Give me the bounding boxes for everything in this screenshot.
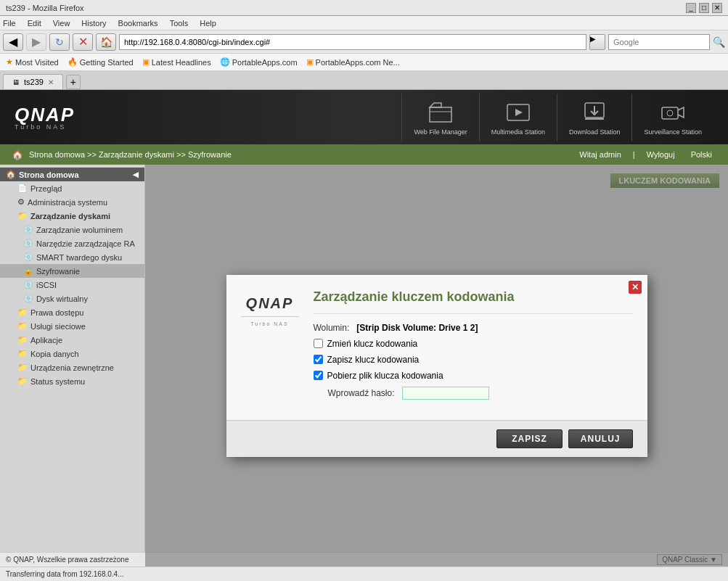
save-button[interactable]: ZAPISZ xyxy=(496,429,563,448)
window-controls[interactable]: _ □ ✕ xyxy=(686,3,722,13)
back-button[interactable]: ◀ xyxy=(3,33,23,51)
sidebar-item-apps[interactable]: 📁 Aplikacje xyxy=(12,333,144,347)
qnap-header: QNAP Turbo NAS Web File Manager xyxy=(0,90,728,144)
sidebar-item-disk-mgmt[interactable]: 📁 Zarządzanie dyskami xyxy=(12,209,144,223)
sidebar-item-overview[interactable]: 📄 Przegląd xyxy=(12,181,144,195)
maximize-button[interactable]: □ xyxy=(699,3,709,13)
checkbox1-row: Zmień klucz kodowania xyxy=(314,339,633,349)
checkbox3-label[interactable]: Pobierz plik klucza kodowania xyxy=(327,371,443,381)
nav-download-label: Download Station xyxy=(569,128,621,136)
forward-button[interactable]: ▶ xyxy=(26,33,46,51)
menu-tools[interactable]: Tools xyxy=(170,19,189,28)
qnap-breadcrumb: 🏠 Strona domowa >> Zarządzanie dyskami >… xyxy=(0,144,728,165)
sidebar-item-backup[interactable]: 📁 Kopia danych xyxy=(12,347,144,360)
address-bar[interactable] xyxy=(119,34,586,50)
svg-point-8 xyxy=(667,110,673,116)
modal-overlay: ✕ QNAP Turbo NAS Zarządzanie kluczem kod… xyxy=(145,165,728,566)
folder-icon-backup: 📁 xyxy=(17,349,28,358)
sidebar-item-iscsi[interactable]: 💿 iSCSI xyxy=(0,278,144,292)
disk-icon-vdisk: 💿 xyxy=(23,294,33,303)
home-icon: 🏠 xyxy=(6,170,16,179)
nav-multimedia-station[interactable]: Multimedia Station xyxy=(479,94,557,141)
new-tab-button[interactable]: + xyxy=(66,75,81,89)
modal-body: QNAP Turbo NAS Zarządzanie kluczem kodow… xyxy=(226,275,647,420)
home-button[interactable]: 🏠 xyxy=(96,33,116,51)
sidebar-item-smart[interactable]: 💿 SMART twardego dysku xyxy=(0,250,144,264)
folder-icon-apps: 📁 xyxy=(17,335,28,345)
sidebar-item-home-header[interactable]: 🏠 Strona domowa ◀ xyxy=(0,168,144,181)
menu-file[interactable]: File xyxy=(3,19,16,28)
bookmark-portableapps-ne[interactable]: ▣ PortableApps.com Ne... xyxy=(306,57,400,67)
sidebar-item-access[interactable]: 📁 Prawa dostępu xyxy=(12,305,144,319)
password-input[interactable] xyxy=(402,387,489,400)
language-selector[interactable]: Polski xyxy=(687,149,716,160)
qnap-logo-sub: Turbo NAS xyxy=(15,123,75,131)
modal-footer: ZAPISZ ANULUJ xyxy=(226,420,647,457)
sidebar-item-admin[interactable]: ⚙ Administracja systemu xyxy=(12,195,144,209)
nav-download-station[interactable]: Download Station xyxy=(557,94,632,141)
browser-status-bar: Transferring data from 192.168.0.4... xyxy=(0,566,728,581)
nav-surveillance-station[interactable]: Surveillance Station xyxy=(631,94,713,141)
logout-link[interactable]: Wyloguj xyxy=(647,150,675,159)
rss-icon: ▣ xyxy=(142,57,150,67)
stop-button[interactable]: ✕ xyxy=(73,33,93,51)
checkbox-save-key[interactable] xyxy=(314,355,323,364)
checkbox2-label[interactable]: Zapisz klucz kodowania xyxy=(327,355,420,365)
web-file-manager-icon xyxy=(428,99,454,125)
sidebar-item-encryption[interactable]: 🔒 Szyfrowanie xyxy=(0,264,144,278)
browser-titlebar: ts239 - Mozilla Firefox _ □ ✕ xyxy=(0,0,728,16)
checkbox-download-key[interactable] xyxy=(314,371,323,380)
browser-menubar: File Edit View History Bookmarks Tools H… xyxy=(0,16,728,30)
breadcrumb-separator: | xyxy=(633,150,635,159)
browser-toolbar: ◀ ▶ ↻ ✕ 🏠 ▶ 🔍 xyxy=(0,30,728,54)
reload-button[interactable]: ↻ xyxy=(49,33,70,51)
modal-divider xyxy=(314,313,633,314)
bookmark-latest-headlines[interactable]: ▣ Latest Headlines xyxy=(142,57,211,67)
checkbox-change-key[interactable] xyxy=(314,339,323,348)
menu-bookmarks[interactable]: Bookmarks xyxy=(118,19,158,28)
password-label: Wprowadź hasło: xyxy=(328,388,395,398)
multimedia-icon xyxy=(505,99,531,125)
qnap-logo: QNAP Turbo NAS xyxy=(15,104,75,131)
menu-help[interactable]: Help xyxy=(200,19,216,28)
search-bar[interactable] xyxy=(608,34,710,50)
gear-icon: ⚙ xyxy=(17,197,25,207)
minimize-button[interactable]: _ xyxy=(686,3,696,13)
home-icon-breadcrumb: 🏠 xyxy=(12,149,23,160)
sidebar-item-raid[interactable]: 💿 Narzędzie zarządzające RA xyxy=(0,236,144,250)
menu-view[interactable]: View xyxy=(53,19,70,28)
menu-history[interactable]: History xyxy=(81,19,106,28)
nav-surveillance-label: Surveillance Station xyxy=(644,128,702,136)
close-button[interactable]: ✕ xyxy=(712,3,722,13)
bookmark-getting-started[interactable]: 🔥 Getting Started xyxy=(68,57,134,67)
sidebar-item-network[interactable]: 📁 Usługi sieciowe xyxy=(12,319,144,333)
tab-close-button[interactable]: ✕ xyxy=(48,78,54,86)
nav-web-file-manager[interactable]: Web File Manager xyxy=(401,94,478,141)
modal-close-button[interactable]: ✕ xyxy=(629,281,642,294)
go-button[interactable]: ▶ xyxy=(589,34,605,50)
disk-icon-smart: 💿 xyxy=(23,252,33,262)
page-icon: 📄 xyxy=(17,184,28,193)
svg-rect-0 xyxy=(430,107,451,122)
modal-logo-divider xyxy=(241,316,299,317)
sidebar-item-volume[interactable]: 💿 Zarządzanie woluminem xyxy=(0,223,144,236)
bookmark-portableapps[interactable]: 🌐 PortableApps.com xyxy=(220,57,298,67)
svg-marker-3 xyxy=(515,109,523,116)
sidebar-item-virtual-disk[interactable]: 💿 Dysk wirtualny xyxy=(0,292,144,305)
sidebar: 🏠 Strona domowa ◀ 📄 Przegląd ⚙ Administr… xyxy=(0,165,145,566)
checkbox1-label[interactable]: Zmień klucz kodowania xyxy=(327,339,418,349)
bookmark-most-visited[interactable]: ★ Most Visited xyxy=(6,57,59,67)
browser-tab-ts239[interactable]: 🖥 ts239 ✕ xyxy=(3,74,63,89)
menu-edit[interactable]: Edit xyxy=(28,19,41,28)
cancel-button[interactable]: ANULUJ xyxy=(568,429,633,448)
modal-dialog: ✕ QNAP Turbo NAS Zarządzanie kluczem kod… xyxy=(226,275,647,457)
rss2-icon: ▣ xyxy=(306,57,314,67)
folder-icon-access: 📁 xyxy=(17,308,28,317)
lock-icon: 🔒 xyxy=(23,266,33,276)
star-icon: ★ xyxy=(6,57,13,67)
breadcrumb-right: Witaj admin | Wyloguj Polski xyxy=(579,149,716,160)
sidebar-item-external[interactable]: 📁 Urządzenia zewnętrzne xyxy=(12,360,144,374)
checkbox3-row: Pobierz plik klucza kodowania xyxy=(314,371,633,381)
modal-content-area: Zarządzanie kluczem kodowania Wolumin: [… xyxy=(314,289,633,405)
sidebar-item-status[interactable]: 📁 Status systemu xyxy=(12,374,144,388)
